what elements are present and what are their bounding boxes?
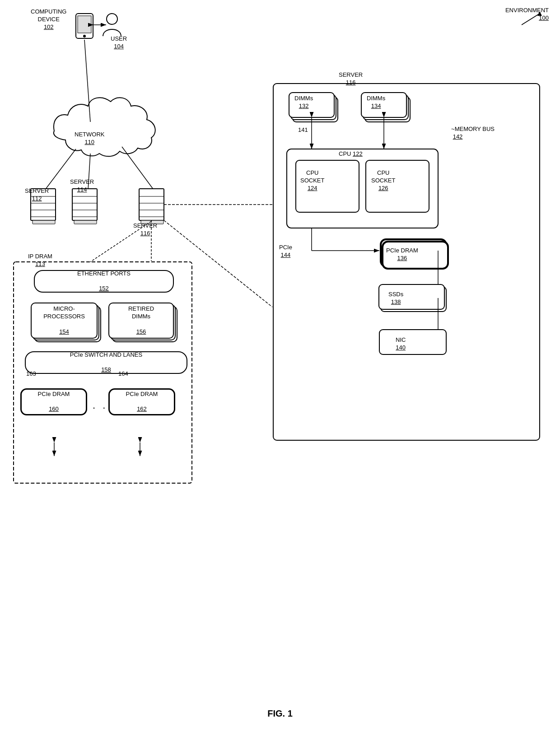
dimms-132-label: DIMMs 132 <box>294 95 313 110</box>
server-116-small-icon <box>139 189 164 224</box>
pcie-switch-box: PCIe SWITCH AND LANES 158 <box>25 351 187 374</box>
nic-140-label: NIC 140 <box>396 336 406 352</box>
cpu-socket-126-label: CPU SOCKET 126 <box>371 169 395 192</box>
memory-bus-label: ~MEMORY BUS 142 <box>451 126 495 141</box>
svg-point-2 <box>83 35 86 37</box>
ethernet-ports-box: ETHERNET PORTS 152 <box>34 270 174 293</box>
computing-device-label: COMPUTING DEVICE 102 <box>31 8 66 31</box>
diagram: ENVIRONMENT 100 COMPUTING DEVICE 102 USE… <box>0 0 560 731</box>
computing-device-icon <box>76 14 93 38</box>
server-112-label: SERVER 112 <box>25 187 49 203</box>
server-116-right-label: SERVER 116 <box>339 71 363 87</box>
svg-point-3 <box>107 14 117 24</box>
environment-label: ENVIRONMENT 100 <box>505 7 549 22</box>
cloud-shape <box>54 98 155 156</box>
ssds-138-label: SSDs 138 <box>388 291 403 306</box>
ip-dram-label: IP DRAM 113 <box>28 253 52 268</box>
user-label: USER 104 <box>111 35 127 51</box>
cpu-122-label: CPU 122 <box>339 150 363 158</box>
svg-rect-52 <box>379 330 446 354</box>
svg-rect-14 <box>33 220 55 224</box>
server-114-label: SERVER 114 <box>70 178 94 194</box>
svg-line-8 <box>122 147 154 190</box>
pcie-dram-136-label: PCIe DRAM 136 <box>386 247 418 262</box>
svg-rect-21 <box>139 189 164 220</box>
cpu-socket-124-label: CPU SOCKET 124 <box>300 169 324 192</box>
figure-caption: FIG. 1 <box>267 708 293 719</box>
ref-164-label: 164 <box>118 370 128 378</box>
svg-rect-1 <box>78 16 91 33</box>
ref-141-label: 141 <box>298 126 308 134</box>
ref-163-label: 163 <box>26 370 36 378</box>
server-116-left-label: SERVER 116 <box>133 222 157 238</box>
svg-rect-20 <box>74 220 97 224</box>
server-114-icon <box>72 189 97 224</box>
dimms-134-label: DIMMs 134 <box>367 95 385 110</box>
pcie-144-label: PCIe 144 <box>279 244 292 259</box>
network-label: NETWORK 110 <box>75 131 104 146</box>
